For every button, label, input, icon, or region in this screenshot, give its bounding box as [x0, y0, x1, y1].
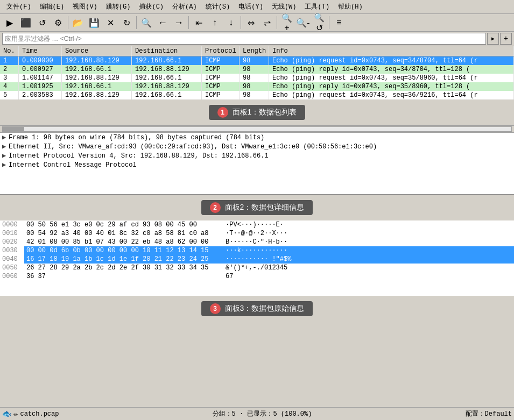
hex-offset: 0030 [0, 246, 24, 255]
panel1: No. Time Source Destination Protocol Len… [0, 46, 514, 99]
packet-cell: 0.000000 [19, 56, 62, 65]
toolbar-coloring-btn[interactable]: ⇌ [259, 15, 274, 30]
toolbar-options-btn[interactable]: ⚙ [51, 15, 66, 30]
col-header-no: No. [0, 46, 19, 56]
hex-row: 006036 3767 [0, 272, 514, 281]
toolbar-sep2 [136, 16, 137, 29]
toolbar-prev-btn[interactable]: ↑ [207, 15, 222, 30]
toolbar-fwd-btn[interactable]: → [171, 15, 186, 30]
filter-apply-btn[interactable]: ▶ [487, 33, 499, 45]
filter-add-btn[interactable]: + [500, 33, 512, 45]
detail-row[interactable]: ▶ Internet Protocol Version 4, Src: 192.… [0, 151, 514, 160]
packet-cell: Echo (ping) request id=0x0743, seq=36/92… [269, 91, 514, 99]
col-header-info: Info [269, 46, 514, 56]
hscroll-thumb[interactable] [3, 127, 24, 131]
toolbar-zoom-reset-btn[interactable]: 🔍↺ [312, 15, 327, 30]
hex-ascii: 67 [223, 272, 514, 281]
hex-offset: 0020 [0, 238, 24, 246]
hex-ascii: ··········· !"#$% [223, 255, 514, 264]
col-header-protocol: Protocol [202, 46, 240, 56]
toolbar-zoom-out-btn[interactable]: 🔍- [295, 15, 311, 30]
hscroll[interactable] [0, 125, 514, 133]
hex-bytes: 00 54 92 a3 40 00 40 01 8c 32 c0 a8 58 8… [24, 229, 223, 238]
ready-icon: ✏️ [13, 409, 18, 418]
menu-goto[interactable]: 跳转(G) [102, 1, 135, 12]
packet-cell: 0.000927 [19, 65, 62, 74]
toolbar-save-btn[interactable]: 💾 [87, 15, 102, 30]
toolbar-start-btn[interactable]: ▶ [2, 15, 17, 30]
toolbar-next-btn[interactable]: ↓ [223, 15, 238, 30]
statusbar-file: catch.pcap [20, 410, 59, 418]
packet-cell: 192.168.66.1 [132, 56, 202, 65]
detail-row[interactable]: ▶ Frame 1: 98 bytes on wire (784 bits), … [0, 133, 514, 142]
detail-expand-icon: ▶ [2, 161, 9, 169]
balloon1-label: 面板1：数据包列表 [233, 108, 297, 117]
toolbar-sep1 [68, 16, 68, 29]
table-row[interactable]: 10.000000192.168.88.129192.168.66.1ICMP9… [0, 56, 514, 65]
filter-input[interactable] [2, 33, 486, 45]
table-row[interactable]: 52.003583192.168.88.129192.168.66.1ICMP9… [0, 91, 514, 99]
hex-row: 004016 17 18 19 1a 1b 1c 1d 1e 1f 20 21 … [0, 255, 514, 264]
table-header: No. Time Source Destination Protocol Len… [0, 46, 514, 56]
balloon3-label: 面板3：数据包原始信息 [225, 304, 305, 314]
detail-expand-icon: ▶ [2, 133, 9, 141]
packet-cell: 98 [240, 56, 269, 65]
toolbar-sep4 [241, 16, 241, 29]
packet-cell: 192.168.88.129 [62, 56, 132, 65]
toolbar-stop-btn[interactable]: ⬛ [18, 15, 33, 30]
toolbar-open-btn[interactable]: 📂 [71, 15, 86, 30]
table-row[interactable]: 41.001925192.168.66.1192.168.88.129ICMP9… [0, 82, 514, 91]
toolbar-back-btn[interactable]: ← [155, 15, 170, 30]
statusbar-right: 配置：Default [466, 409, 512, 418]
packet-cell: 192.168.88.129 [62, 74, 132, 82]
hex-offset: 0000 [0, 220, 24, 229]
menu-wireless[interactable]: 无线(W) [267, 1, 301, 12]
hex-bytes: 36 37 [24, 272, 223, 281]
col-header-time: Time [19, 46, 62, 56]
packet-cell: 98 [240, 91, 269, 99]
toolbar-autosc-btn[interactable]: ⇔ [243, 15, 258, 30]
detail-row[interactable]: ▶ Internet Control Message Protocol [0, 160, 514, 169]
toolbar-find-btn[interactable]: 🔍 [139, 15, 154, 30]
menu-capture[interactable]: 捕获(C) [135, 1, 168, 12]
fish-icon: 🐟 [2, 409, 11, 418]
toolbar-sep3 [188, 16, 189, 29]
col-header-length: Length [240, 46, 269, 56]
toolbar-restart-btn[interactable]: ↺ [34, 15, 50, 30]
balloon3-wrap: 3 面板3：数据包原始信息 [0, 296, 514, 322]
hex-row: 001000 54 92 a3 40 00 40 01 8c 32 c0 a8 … [0, 229, 514, 238]
packet-cell: 1 [0, 56, 19, 65]
statusbar: 🐟 ✏️ catch.pcap 分组：5 · 已显示：5 (100.0%) 配置… [0, 407, 514, 420]
packet-cell: 192.168.88.129 [132, 65, 202, 74]
table-row[interactable]: 20.000927192.168.66.1192.168.88.129ICMP9… [0, 65, 514, 74]
menu-help[interactable]: 帮助(H) [334, 1, 367, 12]
packet-cell: 98 [240, 65, 269, 74]
statusbar-stats: 分组：5 · 已显示：5 (100.0%) [213, 409, 312, 418]
hex-ascii: B······C·"·H·b·· [223, 238, 514, 246]
packet-cell: 2 [0, 65, 19, 74]
toolbar-reload-btn[interactable]: ↻ [119, 15, 134, 30]
menu-file[interactable]: 文件(F) [2, 1, 36, 12]
balloon2-wrap: 2 面板2：数据包详细信息 [0, 195, 514, 220]
menu-tools[interactable]: 工具(T) [300, 1, 334, 12]
packet-cell: 2.003583 [19, 91, 62, 99]
menu-edit[interactable]: 编辑(E) [36, 1, 69, 12]
menu-phone[interactable]: 电话(Y) [234, 1, 267, 12]
toolbar-resize-btn[interactable]: ≡ [332, 15, 347, 30]
table-row[interactable]: 31.001147192.168.88.129192.168.66.1ICMP9… [0, 74, 514, 82]
menu-stats[interactable]: 统计(S) [201, 1, 235, 12]
hex-rows: 000000 50 56 e1 3c e0 0c 29 af cd 93 08 … [0, 220, 514, 281]
packet-cell: Echo (ping) reply id=0x0743, seq=34/8704… [269, 65, 514, 74]
toolbar-close-btn[interactable]: ✕ [103, 15, 118, 30]
hex-ascii: ·T··@·@··2··X··· [223, 229, 514, 238]
detail-row-text: Frame 1: 98 bytes on wire (784 bits), 98… [9, 134, 264, 141]
balloon3: 3 面板3：数据包原始信息 [201, 301, 313, 316]
packet-cell: ICMP [202, 65, 240, 74]
toolbar-first-btn[interactable]: ⇤ [191, 15, 206, 30]
menu-view[interactable]: 视图(V) [68, 1, 102, 12]
toolbar-zoom-in-btn[interactable]: 🔍+ [279, 15, 294, 30]
packet-cell: ICMP [202, 56, 240, 65]
detail-row[interactable]: ▶ Ethernet II, Src: VMware_af:cd:93 (00:… [0, 142, 514, 151]
balloon3-num: 3 [210, 303, 221, 314]
menu-analyze[interactable]: 分析(A) [168, 1, 201, 12]
